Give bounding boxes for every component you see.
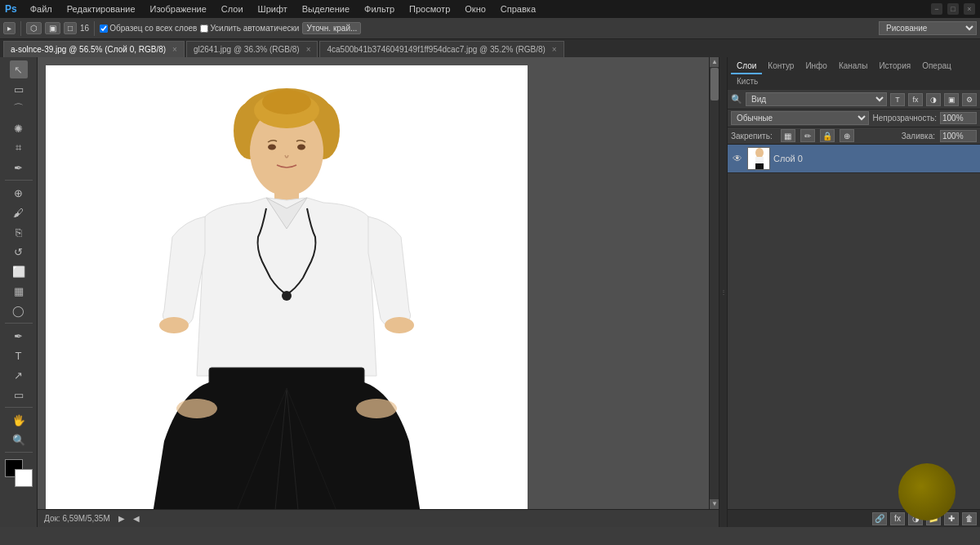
panel-resize-handle[interactable]: ⋮ — [719, 57, 727, 527]
play-btn[interactable]: ▶ — [118, 514, 125, 523]
fill-input[interactable] — [940, 130, 977, 142]
toolbar-separator-2 — [94, 21, 95, 36]
minimize-button[interactable]: − — [931, 3, 942, 15]
lock-move-btn[interactable]: 🔒 — [820, 129, 835, 142]
tab-channels[interactable]: Каналы — [833, 59, 874, 74]
lasso-tool[interactable]: ⌒ — [10, 100, 28, 118]
layers-filter-select[interactable]: Вид — [746, 92, 887, 106]
menu-help[interactable]: Справка — [497, 2, 539, 16]
scroll-down-btn[interactable]: ▼ — [710, 499, 719, 509]
svg-point-12 — [176, 399, 217, 418]
menu-layers[interactable]: Слои — [218, 2, 247, 16]
scroll-v-track[interactable] — [710, 67, 719, 499]
opacity-input[interactable] — [940, 112, 977, 124]
lock-pixels-btn[interactable]: ▦ — [781, 129, 795, 142]
tool-mode-btn[interactable]: ▸ — [3, 22, 16, 34]
marquee-tool[interactable]: ▭ — [10, 80, 28, 98]
brush-mode-btn[interactable]: □ — [64, 22, 77, 34]
tool-divider-3 — [5, 407, 33, 408]
tab-1[interactable]: gl2641.jpg @ 36.3% (RGB/8) × — [186, 41, 318, 57]
layer-list[interactable]: 👁 Слой 0 — [728, 145, 980, 509]
brush-type-btn[interactable]: ▣ — [45, 22, 60, 34]
delete-layer-btn[interactable]: 🗑 — [962, 512, 977, 525]
tab-actions[interactable]: Операц — [916, 59, 957, 74]
refine-edge-btn[interactable]: Уточн. край... — [302, 22, 361, 34]
brush-tool[interactable]: 🖌 — [10, 203, 28, 221]
layers-icon-color[interactable]: ▣ — [944, 93, 959, 106]
auto-enhance-check[interactable]: Усилить автоматически — [200, 24, 299, 33]
menu-filter[interactable]: Фильтр — [361, 2, 398, 16]
layers-icon-adjust[interactable]: ◑ — [926, 93, 941, 106]
scroll-up-btn[interactable]: ▲ — [710, 57, 719, 67]
clone-tool[interactable]: ⎘ — [10, 223, 28, 241]
tab-history[interactable]: История — [873, 59, 916, 74]
tab-layers[interactable]: Слои — [731, 59, 762, 74]
hand-tool[interactable]: 🖐 — [10, 411, 28, 429]
canvas-area[interactable]: ▲ ▼ ◄ ► Док: 6,59М/5,35М ▶ ◀ — [38, 57, 719, 527]
gradient-tool[interactable]: ▦ — [10, 282, 28, 300]
svg-point-5 — [268, 145, 276, 150]
blend-mode-select[interactable]: Обычные Растворение Затемнение — [731, 111, 869, 125]
text-tool[interactable]: T — [10, 346, 28, 364]
tab-0[interactable]: a-solnce-39.jpg @ 56.5% (Слой 0, RGB/8) … — [3, 41, 185, 57]
lock-row: Закрепить: ▦ ✏ 🔒 ⊕ Заливка: — [728, 127, 980, 145]
menu-window[interactable]: Окно — [461, 2, 489, 16]
layers-icon-fx[interactable]: fx — [908, 93, 923, 106]
layer-eye-0[interactable]: 👁 — [731, 153, 744, 164]
path-select-tool[interactable]: ↗ — [10, 366, 28, 384]
titlebar: Ps Файл Редактирование Изображение Слои … — [0, 0, 980, 18]
drawing-mode-select[interactable]: Рисование Форма Контур — [879, 21, 977, 35]
dodge-tool[interactable]: ◯ — [10, 302, 28, 319]
lock-paint-btn[interactable]: ✏ — [800, 129, 815, 142]
fx-btn[interactable]: fx — [890, 512, 905, 525]
history-tool[interactable]: ↺ — [10, 243, 28, 261]
tab-1-label: gl2641.jpg @ 36.3% (RGB/8) — [194, 45, 300, 54]
doc-info: Док: 6,59М/5,35М — [44, 514, 110, 523]
tab-2-close[interactable]: × — [552, 45, 557, 54]
sample-all-check[interactable]: Образец со всех слоев — [100, 24, 197, 33]
spot-heal-tool[interactable]: ⊕ — [10, 184, 28, 202]
tab-info[interactable]: Инфо — [800, 59, 833, 74]
pen-tool[interactable]: ✒ — [10, 327, 28, 345]
shape-tool[interactable]: ▭ — [10, 386, 28, 404]
zoom-tool[interactable]: 🔍 — [10, 431, 28, 449]
back-btn[interactable]: ◀ — [133, 514, 140, 523]
menu-image[interactable]: Изображение — [147, 2, 210, 16]
vertical-scrollbar[interactable]: ▲ ▼ — [709, 57, 719, 509]
crop-tool[interactable]: ⌗ — [10, 139, 28, 157]
menu-file[interactable]: Файл — [27, 2, 56, 16]
svg-point-9 — [385, 317, 414, 333]
color-swatches — [5, 459, 33, 487]
main-area: ↖ ▭ ⌒ ✺ ⌗ ✒ ⊕ 🖌 ⎘ ↺ ⬜ ▦ ◯ ✒ T ↗ ▭ 🖐 🔍 — [0, 57, 980, 527]
menu-select[interactable]: Выделение — [299, 2, 353, 16]
menu-view[interactable]: Просмотр — [406, 2, 453, 16]
layer-item-0[interactable]: 👁 Слой 0 — [728, 145, 980, 173]
tab-0-close[interactable]: × — [172, 45, 177, 54]
eraser-tool[interactable]: ⬜ — [10, 262, 28, 280]
brush-preset-btn[interactable]: ⬡ — [26, 22, 42, 34]
layers-icon-smart[interactable]: ⚙ — [962, 93, 977, 106]
maximize-button[interactable]: □ — [947, 3, 959, 15]
menu-font[interactable]: Шрифт — [255, 2, 291, 16]
menu-edit[interactable]: Редактирование — [64, 2, 139, 16]
tab-brush[interactable]: Кисть — [731, 74, 764, 90]
close-button[interactable]: × — [964, 3, 975, 15]
tab-2-label: 4ca500b41b3746049149f1ff954dcac7.jpg @ 3… — [327, 45, 545, 54]
auto-enhance-checkbox[interactable] — [200, 25, 208, 33]
tab-2[interactable]: 4ca500b41b3746049149f1ff954dcac7.jpg @ 3… — [319, 41, 564, 57]
quick-select-tool[interactable]: ✺ — [10, 119, 28, 137]
scroll-v-thumb[interactable] — [710, 68, 719, 101]
move-tool[interactable]: ↖ — [10, 60, 28, 78]
background-color[interactable] — [15, 469, 33, 487]
new-layer-btn[interactable]: ✚ — [944, 512, 959, 525]
toolbar-separator — [20, 21, 21, 36]
svg-point-17 — [755, 148, 764, 158]
layers-icon-T[interactable]: T — [890, 93, 905, 106]
eyedropper-tool[interactable]: ✒ — [10, 159, 28, 176]
tab-contour[interactable]: Контур — [762, 59, 800, 74]
panel-tabs: Слои Контур Инфо Каналы История Операц К… — [728, 57, 980, 90]
sample-all-checkbox[interactable] — [100, 25, 108, 33]
lock-all-btn[interactable]: ⊕ — [840, 129, 854, 142]
link-layers-btn[interactable]: 🔗 — [872, 512, 887, 525]
tab-1-close[interactable]: × — [306, 45, 311, 54]
